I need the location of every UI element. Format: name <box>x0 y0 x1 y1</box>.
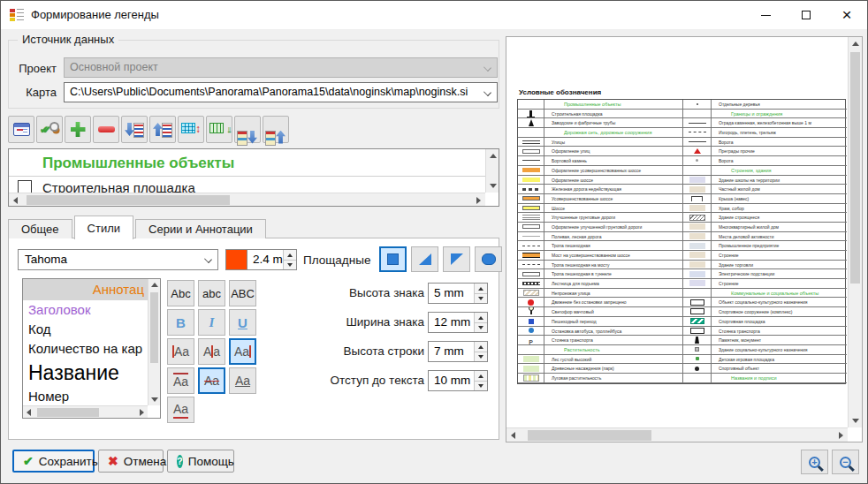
spin-up-icon[interactable] <box>475 371 487 381</box>
zoom-out-button[interactable]: − <box>832 450 859 474</box>
tab-general[interactable]: Общее <box>8 219 72 238</box>
annotation-item[interactable]: Название <box>23 359 148 387</box>
legend-symbol-cell <box>518 147 544 156</box>
close-button[interactable]: × <box>826 1 867 29</box>
annotation-hscroll[interactable] <box>23 405 148 418</box>
zoom-out-icon: − <box>840 457 851 468</box>
spin-down-icon[interactable] <box>475 352 487 361</box>
spin-down-icon[interactable] <box>475 381 487 390</box>
font-size-input[interactable]: 2.4 mm <box>247 249 297 270</box>
bold-button[interactable]: B <box>167 309 194 336</box>
map-select[interactable]: C:\Users\Public\Documents\Panorama\Panor… <box>64 82 498 102</box>
scroll-up-icon[interactable] <box>148 279 161 291</box>
lines3-symbol-icon <box>522 215 540 220</box>
merge-column-button[interactable] <box>206 116 232 143</box>
scroll-left-icon[interactable] <box>23 406 34 419</box>
object-checkbox[interactable] <box>18 180 32 193</box>
underline-far-button[interactable]: Aa <box>167 397 194 423</box>
font-select[interactable]: Tahoma <box>18 249 218 270</box>
legend-object-list[interactable]: Промышленные объектыСтроительная площадк… <box>8 148 499 207</box>
preview-hscroll[interactable] <box>506 427 848 442</box>
spin-down-icon[interactable] <box>475 293 487 303</box>
legend-preview-panel: Условные обозначения Промышленные объект… <box>506 36 863 442</box>
move-section-down-button[interactable] <box>234 116 261 143</box>
object-list-vscroll[interactable] <box>485 149 499 193</box>
object-label: Промышленные объекты <box>42 155 234 171</box>
shape-octagon-button[interactable] <box>475 246 502 272</box>
spin-up-icon[interactable] <box>475 342 487 352</box>
tab-styles[interactable]: Стили <box>74 216 133 239</box>
spin-up-icon[interactable] <box>284 250 296 260</box>
shape-triangle-up-button[interactable] <box>411 246 438 272</box>
legend-toolbar <box>8 116 289 143</box>
move-down-button[interactable] <box>121 116 148 143</box>
minimize-button[interactable] <box>745 1 786 29</box>
split-column-button[interactable] <box>178 116 204 143</box>
sign-height-input[interactable]: 5 mm <box>428 283 488 304</box>
spin-up-icon[interactable] <box>475 313 487 322</box>
scroll-right-icon[interactable] <box>834 428 848 442</box>
remove-object-button[interactable] <box>93 116 119 143</box>
scroll-right-icon[interactable] <box>136 406 148 419</box>
hscroll-thumb[interactable] <box>27 195 230 205</box>
hscroll-thumb[interactable] <box>528 430 651 441</box>
annotation-item[interactable]: Заголовок <box>23 300 148 320</box>
annotation-item[interactable]: Аннотац <box>23 279 148 300</box>
move-up-button[interactable] <box>149 116 176 143</box>
annotation-item[interactable]: Код <box>23 320 148 339</box>
scroll-left-icon[interactable] <box>9 193 22 207</box>
legend-section-header: Коммунальные и социальные объекты <box>712 289 847 299</box>
hscroll-thumb[interactable] <box>37 408 99 417</box>
save-button[interactable]: ✔ Сохранить <box>12 450 95 473</box>
strikeout-button[interactable]: Aa <box>198 367 225 394</box>
annotation-vscroll[interactable] <box>148 279 160 405</box>
project-select[interactable]: Основной проект <box>64 57 498 78</box>
spin-down-icon[interactable] <box>284 260 296 269</box>
case-lower-button[interactable]: abc <box>198 280 225 306</box>
dot-symbol-icon <box>697 103 698 105</box>
legend-entry-label: Преграды прочие <box>712 147 847 156</box>
shape-square-button[interactable] <box>379 246 407 272</box>
legend-entry-label: Здание торговли <box>712 261 847 270</box>
legend-entry-label: Строение <box>712 279 847 289</box>
scroll-down-icon[interactable] <box>849 414 863 427</box>
zoom-in-button[interactable]: + <box>801 450 828 474</box>
maximize-button[interactable] <box>786 1 826 29</box>
scroll-up-icon[interactable] <box>849 37 863 50</box>
scroll-down-icon[interactable] <box>148 394 161 405</box>
legend-object-item[interactable]: Строительная площадка <box>9 177 485 193</box>
move-section-up-button[interactable] <box>263 116 289 143</box>
tab-series-annotations[interactable]: Серии и Аннотации <box>135 219 266 238</box>
select-objects-button[interactable] <box>36 116 63 143</box>
scroll-down-icon[interactable] <box>486 179 499 193</box>
cancel-button[interactable]: ✖ Отмена <box>98 450 164 473</box>
line-height-input[interactable]: 7 mm <box>428 341 488 362</box>
scroll-left-icon[interactable] <box>506 428 520 442</box>
legend-entry-label: Оформление усовершенствованных шоссе <box>544 166 683 176</box>
spin-down-icon[interactable] <box>475 322 487 332</box>
add-object-button[interactable] <box>65 116 91 143</box>
case-sentence-button[interactable]: Abc <box>167 280 194 306</box>
preview-vscroll[interactable] <box>848 37 862 427</box>
legend-properties-button[interactable] <box>8 116 34 143</box>
text-color-swatch[interactable] <box>225 249 249 270</box>
scroll-right-icon[interactable] <box>472 193 485 207</box>
annotation-item[interactable]: Количество на кар <box>23 339 148 359</box>
legend-object-header[interactable]: Промышленные объекты <box>9 149 485 177</box>
dash-symbol-icon <box>522 264 540 265</box>
vscroll-thumb[interactable] <box>850 52 860 284</box>
cursor-left-button[interactable]: Aa <box>167 338 194 365</box>
shape-triangle-down-button[interactable] <box>443 246 470 272</box>
scroll-up-icon[interactable] <box>486 149 499 163</box>
object-list-hscroll[interactable] <box>9 193 485 206</box>
annotation-item[interactable]: Номер <box>23 387 148 405</box>
annotation-list[interactable]: АннотацЗаголовокКодКоличество на карНазв… <box>22 278 161 419</box>
spin-up-icon[interactable] <box>475 284 487 293</box>
italic-button[interactable]: I <box>198 309 225 336</box>
help-button[interactable]: ? Помощь <box>167 450 234 473</box>
overline-button[interactable]: Aa <box>167 367 194 394</box>
text-indent-input[interactable]: 10 mm <box>428 370 488 391</box>
sign-width-input[interactable]: 12 mm <box>428 312 488 333</box>
cursor-middle-button[interactable]: Aa <box>198 338 225 365</box>
vscroll-thumb[interactable] <box>150 292 158 363</box>
